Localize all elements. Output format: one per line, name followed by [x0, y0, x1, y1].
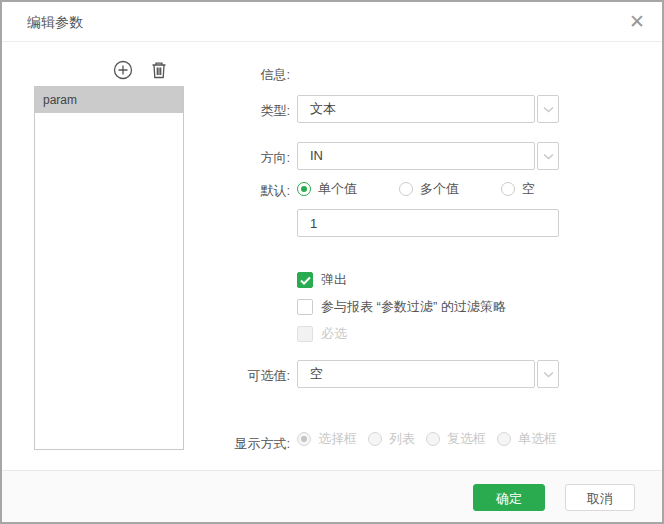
radio-radiobox-disabled: 单选框 — [497, 430, 557, 448]
close-icon[interactable]: ✕ — [626, 11, 648, 33]
checkbox-icon — [297, 299, 313, 315]
dialog-footer: 确定 取消 — [2, 470, 662, 522]
radio-icon — [399, 182, 413, 196]
radio-icon — [497, 432, 511, 446]
default-value-input[interactable] — [297, 209, 559, 237]
chevron-down-icon[interactable] — [537, 95, 559, 123]
checkbox-disabled-icon — [297, 326, 313, 342]
display-mode-radio-group: 选择框 列表 复选框 单选框 — [297, 429, 557, 449]
optional-values-select[interactable]: 空 选择 — [297, 360, 559, 388]
display-mode-label: 显示方式: — [210, 435, 290, 453]
radio-empty-value[interactable]: 空 — [501, 180, 535, 198]
direction-label: 方向: — [210, 149, 290, 167]
default-radio-group: 单个值 多个值 空 — [297, 175, 535, 203]
type-select[interactable]: 文本 — [297, 95, 559, 123]
trash-icon — [148, 67, 170, 84]
chevron-down-icon[interactable] — [537, 360, 559, 388]
direction-select-value[interactable]: IN — [297, 142, 535, 170]
optional-values-label: 可选值: — [210, 367, 290, 385]
dialog-title: 编辑参数 — [27, 14, 83, 32]
radio-icon — [501, 182, 515, 196]
popup-checkbox[interactable]: 弹出 — [297, 271, 347, 289]
direction-select[interactable]: IN — [297, 142, 559, 170]
radio-list-disabled: 列表 — [368, 430, 415, 448]
add-parameter-button[interactable] — [112, 59, 134, 81]
radio-checkbox-disabled: 复选框 — [426, 430, 486, 448]
optional-values-select-value[interactable]: 空 — [297, 360, 535, 388]
radio-multi-value[interactable]: 多个值 — [399, 180, 459, 198]
required-checkbox-disabled: 必选 — [297, 325, 347, 343]
radio-icon — [297, 182, 311, 196]
edit-parameter-dialog: 编辑参数 ✕ param 信息: 类型: 文本 方向: IN — [0, 0, 664, 524]
checkbox-checked-icon — [297, 272, 313, 288]
chevron-down-icon[interactable] — [537, 142, 559, 170]
ok-button[interactable]: 确定 — [473, 484, 545, 511]
radio-icon — [297, 432, 311, 446]
plus-circle-icon — [112, 67, 134, 84]
radio-icon — [368, 432, 382, 446]
filter-strategy-checkbox[interactable]: 参与报表 “参数过滤” 的过滤策略 — [297, 298, 506, 316]
delete-parameter-button[interactable] — [148, 59, 170, 81]
dialog-header: 编辑参数 ✕ — [2, 2, 662, 42]
default-label: 默认: — [210, 182, 290, 200]
radio-selectbox-disabled: 选择框 — [297, 430, 357, 448]
parameter-list: param — [34, 86, 184, 450]
radio-icon — [426, 432, 440, 446]
list-item-param[interactable]: param — [35, 87, 183, 113]
info-label: 信息: — [210, 66, 290, 84]
radio-single-value[interactable]: 单个值 — [297, 180, 357, 198]
type-select-value[interactable]: 文本 — [297, 95, 535, 123]
type-label: 类型: — [210, 102, 290, 120]
cancel-button[interactable]: 取消 — [565, 484, 635, 511]
